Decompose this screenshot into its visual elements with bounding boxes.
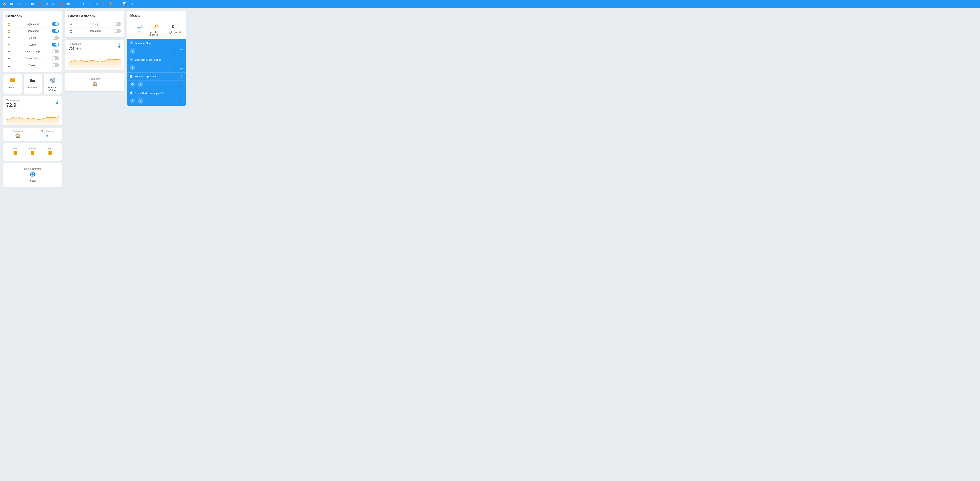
building-icon[interactable]: [66, 2, 70, 6]
blinds-icon: [9, 77, 16, 84]
circle-icon[interactable]: [80, 2, 84, 6]
light-row: Ceiling: [6, 34, 59, 41]
pin-icon[interactable]: 📌: [59, 2, 63, 6]
play-button[interactable]: ▶: [130, 65, 135, 70]
nightstand-2-toggle[interactable]: [52, 29, 59, 33]
svg-rect-62: [31, 154, 34, 155]
blinds-scene-button[interactable]: Blinds: [3, 74, 22, 94]
media-item-header: Guest Bedroom Apple TV ⋮: [127, 89, 186, 97]
svg-rect-61: [31, 153, 34, 154]
person-icon[interactable]: 🚶: [73, 2, 77, 6]
list-icon[interactable]: ☰: [115, 2, 120, 6]
ceiling-toggle[interactable]: [52, 36, 59, 40]
occupancy-label: Occupancy: [89, 78, 100, 80]
random-colors-label: Random Colors: [45, 86, 60, 92]
svg-point-89: [176, 25, 176, 26]
trophy-icon[interactable]: 🏆: [108, 2, 113, 6]
light-name: Closet Lamp: [13, 50, 52, 53]
cast-icon[interactable]: [180, 66, 183, 70]
item-name: Bedroom Sonos: [135, 41, 178, 45]
cast-icon[interactable]: [180, 49, 183, 53]
blinds-card: Left Center Right: [3, 143, 62, 161]
more-icon[interactable]: ⋮: [180, 58, 183, 62]
media-item-guest-appletv: Guest Bedroom Apple TV ⋮ ⏻ ▶ 🎵: [127, 89, 186, 106]
tab-speech-enhance[interactable]: Speech Enhance: [148, 22, 165, 39]
temperature-label: Temperature: [6, 99, 20, 102]
lamp-toggle[interactable]: [52, 43, 59, 46]
lamp-icon: [6, 22, 12, 26]
gear-icon[interactable]: ⚙: [129, 2, 134, 6]
guest-nightstand-toggle[interactable]: [114, 29, 121, 33]
light-row: Ceiling: [68, 21, 121, 27]
media-header: Media: [127, 11, 186, 18]
bed-icon[interactable]: [10, 2, 14, 6]
sofa-icon[interactable]: [30, 2, 35, 6]
bedroom-lights-card: Bedroom Nightstand Nightstand: [3, 11, 62, 72]
svg-point-46: [53, 78, 54, 80]
media-card: Media TV Speech Enhance: [127, 11, 186, 106]
lamp-icon: [68, 29, 74, 33]
media-controls: ⏻ ▶ 🎵: [127, 97, 186, 106]
bookmark-icon[interactable]: 🔖: [38, 2, 42, 6]
power-button[interactable]: ⏻: [130, 98, 135, 104]
power-button[interactable]: ⏻: [130, 82, 135, 87]
svg-point-87: [175, 25, 175, 25]
smoke-detector-card: Smoke Detector green: [3, 163, 62, 187]
occupancy-icon: 🏠: [92, 81, 97, 87]
scissors-icon[interactable]: ✂: [16, 2, 21, 6]
sleep-icon[interactable]: [24, 2, 28, 6]
light-name: Closet: [13, 64, 52, 67]
blinds-row: Left Center Right: [6, 146, 59, 158]
guest-ceiling-toggle[interactable]: [114, 22, 121, 26]
thermometer-icon: [55, 99, 59, 105]
more-icon[interactable]: ⋮: [180, 41, 183, 45]
arrow-icon[interactable]: [87, 2, 91, 6]
edit-icon[interactable]: [52, 2, 56, 6]
svg-point-49: [52, 80, 53, 81]
random-colors-scene-button[interactable]: Random Colors: [43, 74, 62, 94]
home-icon[interactable]: 🏠: [2, 2, 7, 6]
svg-rect-75: [70, 32, 72, 33]
tab-night-sound[interactable]: Night Sound: [165, 22, 183, 39]
bedtime-scene-button[interactable]: Bedtime: [23, 74, 42, 94]
svg-rect-59: [31, 151, 34, 152]
light-row: Closet: [6, 62, 59, 68]
svg-rect-0: [10, 3, 13, 5]
pen-icon[interactable]: [45, 2, 49, 6]
play-button[interactable]: ▶: [138, 82, 143, 87]
svg-point-84: [157, 24, 158, 26]
svg-rect-30: [9, 59, 9, 60]
light-row: Lamp: [6, 41, 59, 48]
svg-rect-35: [10, 78, 15, 78]
closet-lamp-toggle[interactable]: [52, 49, 59, 53]
svg-rect-60: [31, 152, 34, 153]
media-item-header: Bedroom Sonos ⋮: [127, 39, 186, 47]
media-title: Media: [130, 14, 183, 18]
occupancy-label: Occupancy: [12, 130, 23, 132]
svg-rect-66: [48, 154, 52, 155]
location-icon[interactable]: 📍: [101, 2, 106, 6]
more-icon[interactable]: ⋮: [180, 75, 183, 78]
blind-center: Center: [24, 147, 41, 157]
svg-rect-57: [14, 153, 17, 154]
play-button[interactable]: ▶: [138, 98, 143, 104]
svg-rect-58: [14, 154, 17, 155]
media-controls: ▶ 🎵: [127, 47, 186, 56]
closet-toggle[interactable]: [52, 63, 59, 67]
svg-point-47: [53, 81, 54, 82]
item-name: Bedroom Apple TV: [135, 75, 178, 78]
smoke-detector-icon: [30, 172, 35, 178]
light-row: Closet Lamp: [6, 48, 59, 55]
chart-icon[interactable]: 📊: [123, 2, 127, 6]
closet-ceiling-toggle[interactable]: [52, 56, 59, 60]
play-button[interactable]: ▶: [130, 48, 135, 54]
shield-icon[interactable]: 🛡: [94, 2, 99, 6]
svg-point-33: [9, 65, 9, 65]
more-menu-icon[interactable]: ⋮: [974, 2, 978, 6]
nightstand-1-toggle[interactable]: [52, 22, 59, 26]
tv-icon: [137, 24, 142, 30]
more-icon[interactable]: ⋮: [180, 91, 183, 95]
motion-icon: [45, 133, 50, 139]
tab-tv[interactable]: TV: [130, 22, 148, 39]
light-name: Closet Ceiling: [13, 57, 52, 60]
